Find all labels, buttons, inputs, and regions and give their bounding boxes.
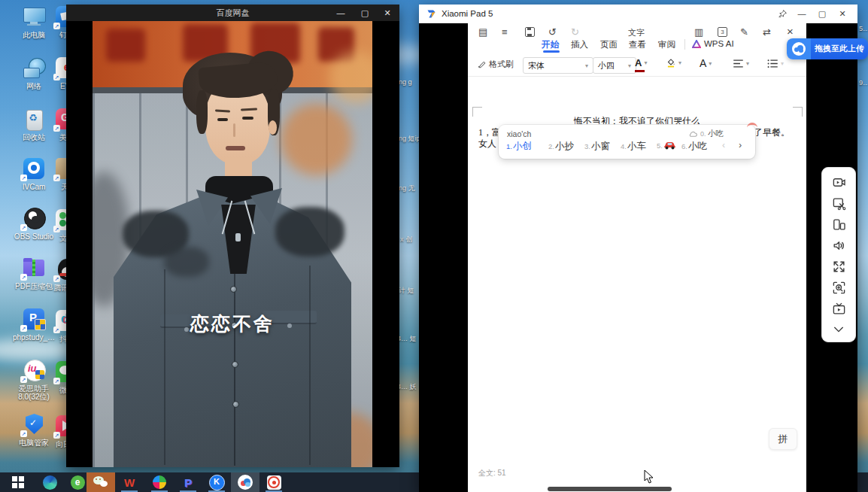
maximize-button[interactable]: ▢ bbox=[354, 5, 375, 21]
edge-fragment: 9… bbox=[859, 79, 868, 87]
paint-bucket-icon bbox=[666, 57, 676, 68]
start-button[interactable] bbox=[4, 472, 32, 492]
tab-home[interactable]: 开始 bbox=[542, 39, 559, 50]
screenshot-crop-button[interactable] bbox=[822, 193, 855, 214]
netdisk-upload-drop-button[interactable]: 拖拽至此上传 bbox=[787, 38, 868, 59]
align-lines-icon bbox=[733, 59, 744, 68]
ime-candidate-5[interactable]: 5. bbox=[657, 140, 676, 150]
desktop-icon-pc-manager[interactable]: ✓↗ 电脑管家 bbox=[9, 414, 59, 447]
ime-next-page-arrow[interactable]: › bbox=[739, 140, 742, 150]
ink-pen-icon[interactable]: ✎ bbox=[740, 26, 748, 38]
format-painter-icon bbox=[477, 59, 487, 69]
ime-pinyin-mode-badge[interactable]: 拼 bbox=[769, 428, 797, 450]
format-painter-button[interactable]: 格式刷 bbox=[477, 59, 514, 70]
desktop-icon-obs[interactable]: ↗ OBS Studio bbox=[9, 208, 59, 241]
desktop-icon-network[interactable]: 网络 bbox=[9, 57, 59, 90]
taskbar-wechat-icon[interactable] bbox=[86, 472, 115, 492]
record-video-button[interactable] bbox=[822, 172, 855, 193]
align-button[interactable]: ▾ bbox=[733, 59, 749, 68]
shortcut-arrow-icon: ↗ bbox=[20, 376, 27, 383]
tab-insert[interactable]: 插入 bbox=[571, 39, 588, 50]
shortcut-arrow-icon: ↗ bbox=[20, 325, 27, 332]
desktop-icon-phpstudy[interactable]: P↗ phpstudy_… bbox=[9, 308, 59, 342]
collapse-toolbar-chevron-icon[interactable] bbox=[822, 319, 855, 340]
taskbar-edge-icon[interactable] bbox=[35, 472, 64, 492]
page-number-icon[interactable]: 3 bbox=[718, 27, 727, 37]
ime-candidate-6[interactable]: 6.小吃 bbox=[681, 140, 707, 153]
close-doc-icon[interactable]: × bbox=[787, 25, 794, 38]
share-sync-icon[interactable]: ⇄ bbox=[763, 26, 771, 38]
tab-review[interactable]: 审阅 bbox=[658, 39, 675, 50]
minimize-button[interactable]: — bbox=[330, 5, 351, 21]
fullscreen-button[interactable] bbox=[822, 256, 855, 277]
android-nav-bar[interactable] bbox=[548, 487, 672, 491]
active-tab-underline bbox=[543, 50, 560, 53]
ime-candidate-1[interactable]: 1.小创 bbox=[506, 140, 532, 153]
taskbar-screen-recorder-icon[interactable] bbox=[259, 472, 288, 492]
undo-icon[interactable]: ↺ bbox=[548, 26, 557, 38]
tab-divider bbox=[684, 39, 685, 50]
word-count-status: 全文: 51 bbox=[478, 468, 506, 478]
save-icon[interactable] bbox=[525, 27, 535, 37]
list-button[interactable]: ▾ bbox=[767, 59, 784, 68]
minimize-button[interactable]: — bbox=[793, 5, 811, 23]
ime-cloud-word[interactable]: 小吃 bbox=[708, 129, 724, 139]
cloud-icon bbox=[688, 130, 698, 138]
ime-prev-page-arrow[interactable]: ‹ bbox=[722, 140, 725, 150]
taskbar-wps-office-icon[interactable]: P bbox=[174, 472, 202, 492]
taskbar-k-app-icon[interactable]: K bbox=[202, 472, 231, 492]
taskbar-pinwheel-icon[interactable] bbox=[145, 472, 174, 492]
desktop-screen: ↗ 钉钉 e↗ EV.. G↗ 美图 ↗ 天.. ↗ 文件 ↗ 腾讯QQ dd↗… bbox=[0, 0, 868, 492]
text-style-button[interactable]: A ▾ bbox=[700, 57, 712, 69]
font-size-select[interactable]: 小四▾ bbox=[593, 57, 636, 74]
desktop-icon-aisi[interactable]: iu↗ 爱思助手 8.0(32位) bbox=[9, 360, 59, 401]
shortcut-arrow-icon: ↗ bbox=[20, 430, 27, 437]
page-columns-icon[interactable]: ▥ bbox=[694, 26, 703, 38]
desktop-icon-this-pc[interactable]: 此电脑 bbox=[9, 6, 59, 39]
cast-tv-button[interactable] bbox=[822, 298, 855, 319]
ime-candidate-3[interactable]: 3.小窗 bbox=[584, 140, 610, 153]
redo-icon[interactable]: ↻ bbox=[571, 26, 579, 38]
menu-icon[interactable]: ≡ bbox=[502, 26, 508, 38]
baidu-netdisk-player-window: 百度网盘 — ▢ ✕ bbox=[66, 5, 399, 467]
rotate-screen-button[interactable] bbox=[822, 214, 855, 235]
ime-cloud-number: 0. bbox=[700, 130, 706, 138]
pin-icon[interactable] bbox=[778, 9, 788, 19]
video-window-titlebar[interactable]: 百度网盘 — ▢ ✕ bbox=[66, 5, 399, 21]
shortcut-arrow-icon: ↗ bbox=[20, 175, 27, 181]
upload-label: 拖拽至此上传 bbox=[811, 38, 868, 59]
close-button[interactable]: ✕ bbox=[377, 5, 398, 21]
tab-page[interactable]: 页面 bbox=[600, 39, 618, 50]
pad-mirrored-screen: ▤ ≡ ↺ ↻ 文字 ▥ 3 ✎ ⇄ × 开始 插入 页面 查看 审阅 WPS … bbox=[468, 23, 806, 492]
ime-candidate-popup: xiao'ch 0. 小吃 1.小创 2.小抄 3.小窗 4.小车 5. 6.小… bbox=[499, 125, 755, 159]
ime-candidate-4[interactable]: 4.小车 bbox=[621, 140, 646, 153]
video-content[interactable]: 恋恋不舍 bbox=[93, 21, 372, 467]
desktop-icon-pdf-zip[interactable]: ↗ PDF压缩包 bbox=[9, 257, 59, 290]
ime-candidate-2[interactable]: 2.小抄 bbox=[548, 140, 574, 153]
netdisk-cloud-icon bbox=[787, 38, 811, 59]
volume-button[interactable] bbox=[822, 235, 855, 256]
mouse-cursor bbox=[644, 469, 654, 484]
taskbar-baidu-netdisk-icon[interactable] bbox=[231, 472, 259, 492]
desktop-icon-ivcam[interactable]: ↗ IVCam bbox=[9, 158, 59, 191]
person-in-video bbox=[93, 21, 372, 467]
red-car-emoji bbox=[663, 141, 676, 150]
video-subtitle: 恋恋不舍 bbox=[93, 311, 372, 336]
font-color-button[interactable]: A ▾ bbox=[635, 57, 647, 68]
close-button[interactable]: ✕ bbox=[833, 5, 851, 23]
font-name-select[interactable]: 宋体▾ bbox=[523, 57, 593, 74]
highlight-color-button[interactable]: ▾ bbox=[666, 57, 681, 68]
zoom-in-screen-button[interactable] bbox=[822, 277, 855, 298]
desktop-icon-recycle-bin[interactable]: ♻ 回收站 bbox=[9, 108, 59, 141]
taskbar-wps-writer-icon[interactable]: W bbox=[115, 472, 144, 492]
desktop-strip-fragments: ng g ng 短ip ng 无 x 创 计 短 4… 短 4… 妖 bbox=[396, 0, 419, 492]
maximize-button[interactable]: ▢ bbox=[813, 5, 831, 23]
shortcut-arrow-icon: ↗ bbox=[20, 224, 27, 231]
tab-wps-ai[interactable]: WPS AI bbox=[704, 39, 734, 48]
pad-window-titlebar[interactable]: Xiaomi Pad 5 — ▢ ✕ bbox=[419, 5, 857, 23]
bullet-list-icon bbox=[767, 59, 778, 68]
wps-ai-logo-icon bbox=[692, 40, 701, 49]
xiaomi-pad-window: Xiaomi Pad 5 — ▢ ✕ ▤ ≡ ↺ ↻ 文字 ▥ 3 ✎ ⇄ × … bbox=[419, 5, 857, 492]
tab-view[interactable]: 查看 bbox=[629, 39, 646, 50]
catalog-icon[interactable]: ▤ bbox=[478, 26, 487, 38]
